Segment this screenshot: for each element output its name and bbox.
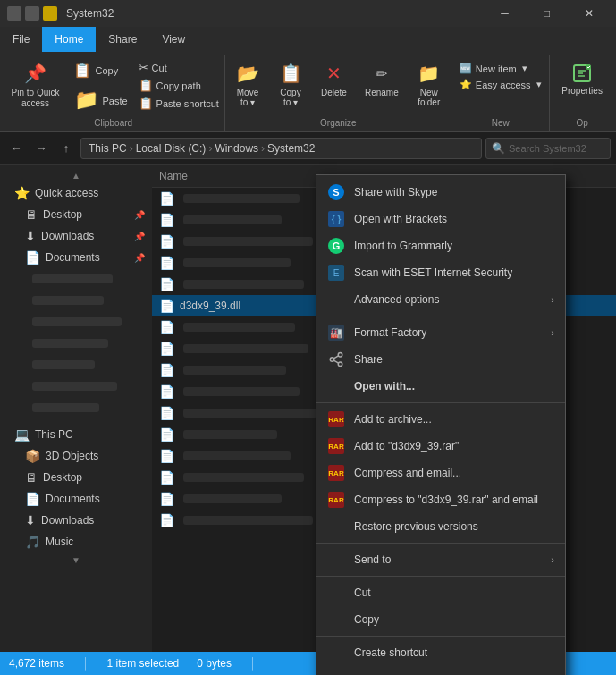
sidebar-documents[interactable]: 📄 Documents	[0, 488, 152, 510]
ctx-open-brackets[interactable]: { } Open with Brackets	[316, 206, 565, 232]
blurred-bar	[32, 403, 99, 412]
sidebar-this-pc[interactable]: 💻 This PC	[0, 424, 152, 445]
factory-icon: 🏭	[327, 324, 345, 342]
ctx-compress-rar-email-label: Compress to "d3dx9_39.rar" and email	[354, 494, 538, 506]
folder-icon: 📁	[417, 61, 442, 86]
ctx-share-label: Share	[354, 353, 383, 366]
sidebar-item-desktop-pinned[interactable]: 🖥 Desktop 📌	[0, 204, 152, 225]
ribbon-group-new: 🆕 New item ▾ ⭐ Easy access ▾ New	[451, 55, 550, 131]
close-button[interactable]: ✕	[569, 0, 609, 27]
ctx-open-with-label: Open with...	[354, 380, 415, 392]
sidebar-music-label: Music	[46, 536, 145, 548]
sidebar-quick-access[interactable]: ⭐ Quick access	[0, 182, 152, 204]
dropdown-arrow2: ▾	[536, 79, 542, 90]
cut-ctx-icon	[327, 584, 345, 602]
new-buttons: 🆕 New item ▾ ⭐ Easy access ▾	[456, 61, 545, 92]
pin-to-quick-access-button[interactable]: 📌 Pin to Quick access	[4, 57, 67, 113]
skype-icon: S	[327, 183, 345, 201]
sidebar-desktop[interactable]: 🖥 Desktop	[0, 467, 152, 488]
scissors-icon: ✂	[139, 61, 148, 74]
new-item-button[interactable]: 🆕 New item ▾	[456, 61, 545, 76]
ribbon: File Home Share View 📌 Pin to Quick acce…	[0, 27, 616, 132]
copy-path-button[interactable]: 📋 Copy path	[135, 77, 223, 94]
delete-button[interactable]: ✕ Delete	[314, 57, 354, 101]
ribbon-group-open: Properties Op	[550, 55, 614, 131]
maximize-button[interactable]: □	[527, 0, 567, 27]
cut-button[interactable]: ✂ Cut	[135, 59, 223, 76]
ctx-copy[interactable]: Copy	[316, 606, 565, 633]
sidebar-scroll-up[interactable]: ▲	[0, 168, 152, 182]
properties-button[interactable]: Properties	[554, 57, 610, 99]
ctx-restore[interactable]: Restore previous versions	[316, 513, 565, 540]
search-placeholder: Search System32	[509, 143, 586, 154]
ctx-restore-label: Restore previous versions	[354, 520, 478, 533]
ctx-compress-email[interactable]: RAR Compress and email...	[316, 460, 565, 486]
sidebar-blurred-1	[0, 268, 152, 290]
eset-icon: E	[327, 264, 345, 282]
easy-access-button[interactable]: ⭐ Easy access ▾	[456, 77, 545, 92]
title-bar: System32 ─ □ ✕	[0, 0, 616, 27]
blurred-bar	[32, 360, 95, 369]
sidebar-blurred-4	[0, 333, 152, 354]
rename-icon: ✏	[369, 61, 394, 86]
ctx-compress-rar-email[interactable]: RAR Compress to "d3dx9_39.rar" and email	[316, 486, 565, 513]
path-system32[interactable]: System32	[267, 142, 315, 155]
ctx-open-with[interactable]: Open with...	[316, 373, 565, 400]
ctx-sep-1	[316, 316, 565, 316]
rename-button[interactable]: ✏ Rename	[358, 57, 406, 101]
clipboard-buttons: 📌 Pin to Quick access 📋 Copy 📁 Paste	[4, 57, 223, 116]
paste-shortcut-button[interactable]: 📋 Paste shortcut	[135, 95, 223, 112]
path-this-pc[interactable]: This PC	[89, 142, 127, 155]
new-item-icon: 🆕	[460, 63, 472, 74]
tab-view[interactable]: View	[149, 27, 198, 52]
ctx-advanced[interactable]: Advanced options ›	[316, 286, 565, 313]
path-local-disk[interactable]: Local Disk (C:)	[136, 142, 207, 155]
forward-button[interactable]: →	[30, 138, 52, 159]
arrow-icon: ›	[551, 294, 554, 305]
copy-to-button[interactable]: 📋 Copy to ▾	[271, 57, 310, 111]
easy-access-icon: ⭐	[460, 79, 472, 90]
tab-home[interactable]: Home	[42, 27, 96, 52]
copy-button[interactable]: 📋 Copy	[70, 57, 131, 84]
path-windows[interactable]: Windows	[215, 142, 258, 155]
ctx-format-factory[interactable]: 🏭 Format Factory ›	[316, 319, 565, 346]
rar-icon-2: RAR	[327, 437, 345, 455]
move-to-button[interactable]: 📂 Move to ▾	[228, 57, 267, 111]
back-button[interactable]: ←	[5, 138, 27, 159]
sidebar-scroll-down[interactable]: ▼	[0, 553, 152, 567]
ctx-create-shortcut[interactable]: Create shortcut	[316, 639, 565, 666]
sidebar-3d-objects[interactable]: 📦 3D Objects	[0, 445, 152, 467]
advanced-icon	[327, 291, 345, 308]
svg-point-2	[338, 353, 342, 358]
ctx-add-rar[interactable]: RAR Add to "d3dx9_39.rar"	[316, 433, 565, 460]
address-path[interactable]: This PC › Local Disk (C:) › Windows › Sy…	[80, 138, 482, 159]
sidebar-item-downloads-pinned[interactable]: ⬇ Downloads 📌	[0, 225, 152, 247]
ctx-factory-label: Format Factory	[354, 326, 426, 339]
sidebar-downloads[interactable]: ⬇ Downloads	[0, 510, 152, 531]
ctx-add-archive[interactable]: RAR Add to archive...	[316, 406, 565, 433]
search-box[interactable]: 🔍 Search System32	[485, 138, 611, 159]
ctx-import-grammarly[interactable]: G Import to Grammarly	[316, 232, 565, 259]
sidebar-music[interactable]: 🎵 Music	[0, 531, 152, 553]
ctx-share-skype[interactable]: S Share with Skype	[316, 179, 565, 206]
music-icon: 🎵	[25, 535, 40, 549]
ctx-open-brackets-label: Open with Brackets	[354, 213, 447, 225]
ctx-cut[interactable]: Cut	[316, 579, 565, 606]
ctx-sep-2	[316, 402, 565, 403]
rar-archive-icon: RAR	[327, 410, 345, 428]
up-button[interactable]: ↑	[55, 138, 77, 159]
title-bar-icon-3	[43, 6, 57, 21]
send-to-icon	[327, 551, 345, 569]
tab-share[interactable]: Share	[96, 27, 149, 52]
path-sep-3: ›	[261, 142, 265, 155]
sidebar-item-documents-pinned[interactable]: 📄 Documents 📌	[0, 247, 152, 268]
ctx-share[interactable]: Share	[316, 346, 565, 373]
ctx-delete[interactable]: Delete	[316, 666, 565, 675]
ctx-send-to[interactable]: Send to ›	[316, 546, 565, 573]
new-folder-button[interactable]: 📁 New folder	[409, 57, 449, 111]
minimize-button[interactable]: ─	[485, 0, 525, 27]
ctx-eset[interactable]: E Scan with ESET Internet Security	[316, 259, 565, 286]
paste-button[interactable]: 📁 Paste	[70, 86, 131, 116]
tab-file[interactable]: File	[0, 27, 42, 52]
copy-ctx-icon	[327, 611, 345, 629]
